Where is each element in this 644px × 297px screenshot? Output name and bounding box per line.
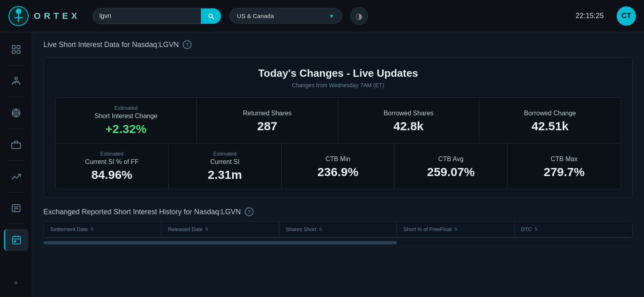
calendar-icon bbox=[11, 235, 22, 245]
stat-label-estimated-1: Estimated bbox=[114, 105, 138, 111]
logo-text: ORTEX bbox=[34, 11, 80, 21]
stat-value-current-si: 2.31m bbox=[208, 168, 242, 182]
chevron-down-icon: ▼ bbox=[329, 13, 334, 19]
sidebar-item-radar[interactable] bbox=[4, 102, 28, 124]
grid-icon bbox=[11, 44, 21, 55]
th-short-ff[interactable]: Short % of FreeFloat ⇅ bbox=[397, 221, 514, 237]
radar-icon bbox=[11, 108, 21, 118]
news-icon bbox=[11, 203, 21, 213]
stat-label-main-ctb-min: CTB Min bbox=[325, 156, 350, 163]
svg-rect-18 bbox=[12, 205, 20, 211]
stat-value-returned-shares: 287 bbox=[257, 119, 277, 133]
stat-value-ctb-min: 236.9% bbox=[318, 165, 359, 179]
stat-cell-ctb-min: CTB Min 236.9% bbox=[282, 143, 395, 189]
live-updates-panel: Today's Changes - Live Updates Changes f… bbox=[43, 57, 633, 198]
stat-value-borrowed-shares: 42.8k bbox=[393, 119, 423, 133]
stat-cell-ctb-max: CTB Max 279.7% bbox=[508, 143, 621, 189]
section-help-icon[interactable]: ? bbox=[183, 40, 192, 49]
main-layout: » Live Short Interest Data for Nasdaq:LG… bbox=[0, 32, 644, 297]
stat-label-main-borrowed-change: Borrowed Change bbox=[524, 110, 576, 117]
horizontal-scrollbar-thumb[interactable] bbox=[43, 241, 397, 244]
svg-rect-5 bbox=[17, 45, 20, 49]
exchange-table: Settlement Date ⇅ Released Date ⇅ Shares… bbox=[43, 221, 633, 238]
sidebar-item-calendar[interactable] bbox=[4, 229, 28, 251]
exchange-help-icon[interactable]: ? bbox=[245, 207, 254, 216]
sidebar-item-chart[interactable] bbox=[4, 70, 28, 92]
horizontal-scrollbar-track[interactable] bbox=[43, 241, 633, 244]
sidebar-item-trending[interactable] bbox=[4, 166, 28, 187]
exchange-title: Exchanged Reported Short Interest Histor… bbox=[43, 208, 241, 216]
stat-label-main-borrowed: Borrowed Shares bbox=[384, 110, 433, 117]
table-header-row: Settlement Date ⇅ Released Date ⇅ Shares… bbox=[44, 221, 632, 238]
svg-rect-16 bbox=[12, 143, 21, 149]
svg-point-1 bbox=[16, 8, 21, 14]
sort-icon-short-ff: ⇅ bbox=[454, 227, 458, 232]
sidebar-item-dashboard[interactable] bbox=[4, 39, 28, 60]
svg-point-11 bbox=[15, 113, 16, 113]
search-bar[interactable] bbox=[93, 8, 221, 24]
user-avatar[interactable]: CT bbox=[617, 6, 636, 26]
search-input[interactable] bbox=[93, 8, 201, 24]
exchange-section-header: Exchanged Reported Short Interest Histor… bbox=[43, 207, 633, 216]
stat-label-main-current-si: Current SI bbox=[210, 158, 239, 166]
svg-rect-22 bbox=[12, 236, 21, 244]
svg-rect-4 bbox=[12, 45, 15, 49]
stat-cell-returned-shares: Returned Shares 287 bbox=[197, 98, 338, 143]
th-settlement-date[interactable]: Settlement Date ⇅ bbox=[44, 221, 161, 237]
stat-value-ctb-max: 279.7% bbox=[544, 165, 585, 179]
person-chart-icon bbox=[11, 76, 21, 86]
logo-area: ORTEX bbox=[8, 6, 80, 27]
sidebar-divider-5 bbox=[8, 192, 24, 193]
live-panel-subtitle: Changes from Wednesday 7AM (ET) bbox=[55, 82, 621, 88]
stat-label-main-si-ff: Current SI % of FF bbox=[85, 158, 138, 166]
sidebar-divider-2 bbox=[8, 97, 24, 97]
stat-value-si-change: +2.32% bbox=[105, 122, 147, 136]
sidebar-divider-6 bbox=[8, 224, 24, 224]
th-dtc-label: DTC bbox=[521, 226, 532, 232]
search-button[interactable] bbox=[201, 8, 221, 24]
th-dtc[interactable]: DTC ⇅ bbox=[515, 221, 632, 237]
th-released-date-label: Released Date bbox=[168, 226, 202, 232]
th-released-date[interactable]: Released Date ⇅ bbox=[161, 221, 279, 237]
th-shares-short[interactable]: Shares Short ⇅ bbox=[279, 221, 397, 237]
stat-label-main-ctb-max: CTB Max bbox=[551, 156, 578, 163]
svg-rect-7 bbox=[17, 50, 20, 53]
time-display: 22:15:25 bbox=[576, 12, 604, 20]
ortex-logo-icon bbox=[8, 6, 29, 27]
trending-icon bbox=[11, 171, 21, 182]
stat-label-estimated-si-ff: Estimated bbox=[100, 151, 124, 157]
stat-label-main-returned: Returned Shares bbox=[243, 110, 292, 117]
sidebar-item-briefcase[interactable] bbox=[4, 134, 28, 156]
stat-cell-ctb-avg: CTB Avg 259.07% bbox=[394, 143, 508, 189]
sort-icon-settlement: ⇅ bbox=[90, 227, 94, 232]
sidebar-expand-button[interactable]: » bbox=[4, 274, 28, 291]
theme-icon: ◑ bbox=[355, 11, 362, 21]
sidebar-divider-4 bbox=[8, 160, 24, 161]
app-header: ORTEX US & Canada ▼ ◑ 22:15:25 CT bbox=[0, 0, 644, 32]
theme-toggle-button[interactable]: ◑ bbox=[350, 7, 368, 25]
stat-label-main-si: Short Interest Change bbox=[95, 113, 158, 120]
stat-cell-current-si: Estimated Current SI 2.31m bbox=[169, 143, 282, 189]
sidebar-divider-1 bbox=[8, 65, 24, 66]
help-text: ? bbox=[186, 42, 189, 48]
exchange-help-text: ? bbox=[248, 209, 251, 215]
sidebar-item-news[interactable] bbox=[4, 197, 28, 219]
region-selector[interactable]: US & Canada ▼ bbox=[229, 8, 342, 24]
search-icon bbox=[207, 12, 215, 20]
expand-icon: » bbox=[14, 279, 18, 286]
stat-cell-si-change: Estimated Short Interest Change +2.32% bbox=[56, 98, 197, 143]
th-short-ff-label: Short % of FreeFloat bbox=[403, 226, 452, 232]
briefcase-icon bbox=[11, 139, 21, 150]
sidebar: » bbox=[0, 32, 32, 297]
th-shares-short-label: Shares Short bbox=[286, 226, 316, 232]
stat-cell-borrowed-change: Borrowed Change 42.51k bbox=[479, 98, 621, 143]
svg-rect-26 bbox=[14, 241, 16, 242]
stat-cell-borrowed-shares: Borrowed Shares 42.8k bbox=[338, 98, 479, 143]
stat-value-borrowed-change: 42.51k bbox=[532, 119, 569, 133]
stat-value-ctb-avg: 259.07% bbox=[427, 165, 475, 179]
sort-icon-dtc: ⇅ bbox=[534, 227, 538, 232]
sidebar-divider-3 bbox=[8, 129, 24, 129]
region-label: US & Canada bbox=[237, 12, 274, 19]
stat-cell-si-ff: Estimated Current SI % of FF 84.96% bbox=[56, 143, 169, 189]
stat-value-si-ff: 84.96% bbox=[91, 168, 132, 182]
